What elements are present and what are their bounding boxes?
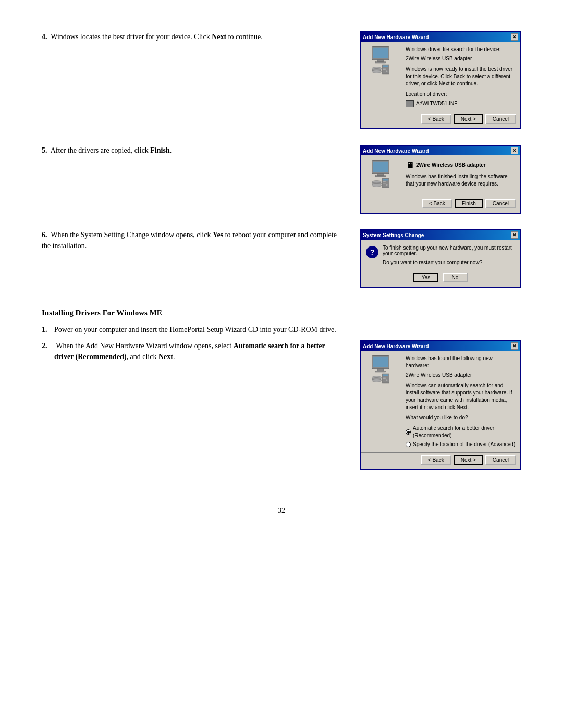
page-number: 32 xyxy=(42,507,521,515)
wme-step-1-text: Power on your computer and insert the Ho… xyxy=(54,326,336,334)
wme-step-2-text: 2. When the Add New Hardware Wizard wind… xyxy=(42,340,339,368)
svg-point-6 xyxy=(372,70,382,73)
wme-radio-specify[interactable]: Specify the location of the driver (Adva… xyxy=(406,441,516,448)
dialog-5-body1: Windows has finished installing the soft… xyxy=(406,173,516,188)
wme-dialog-2-radio-group: Automatic search for a better driver (Re… xyxy=(406,425,516,448)
svg-rect-1 xyxy=(373,48,388,58)
step-4-text-plain: Windows locates the best driver for your… xyxy=(49,33,263,41)
step-4-row: 4. Windows locates the best driver for y… xyxy=(42,31,521,129)
dialog-5-finish-button[interactable]: Finish xyxy=(455,199,483,208)
dialog-4-close[interactable]: ✕ xyxy=(511,33,518,41)
wme-dialog-2-cancel-button[interactable]: Cancel xyxy=(485,455,516,465)
step-6-number: 6. xyxy=(42,231,47,239)
floppy-disk-icon xyxy=(406,100,414,107)
svg-rect-20 xyxy=(383,179,389,181)
step-6-text: 6. When the System Setting Change window… xyxy=(42,229,339,251)
wme-step-1-number: 1. xyxy=(42,326,50,334)
computer-icon-5 xyxy=(365,159,396,191)
section-heading-windows-me: Installing Drivers For Windows ME xyxy=(42,309,521,317)
dialog-6-no-button[interactable]: No xyxy=(443,273,468,282)
dialog-6-titlebar: System Settings Change ✕ xyxy=(361,230,520,240)
wme-radio-specify-dot xyxy=(406,442,411,447)
dialog-4-body: Windows driver file search for the devic… xyxy=(361,42,520,112)
wme-dialog-2-title: Add New Hardware Wizard xyxy=(363,343,429,349)
svg-point-18 xyxy=(372,184,382,187)
wme-dialog-2-titlebar: Add New Hardware Wizard ✕ xyxy=(361,341,520,351)
dialog-6-yes-button[interactable]: Yes xyxy=(413,273,438,282)
step-5-dialog: Add New Hardware Wizard ✕ xyxy=(360,145,521,214)
dialog-6-body: ? To finish setting up your new hardware… xyxy=(361,240,520,270)
dialog-5-titlebar: Add New Hardware Wizard ✕ xyxy=(361,146,520,155)
wme-dialog-2-body: Windows has found the following new hard… xyxy=(361,351,520,452)
svg-point-11 xyxy=(386,70,388,72)
dialog-5-device: 🖥 2Wire Wireless USB adapter xyxy=(406,159,516,171)
step-5-text: 5. After the drivers are copied, click F… xyxy=(42,145,339,156)
dialog-4-location: A:\WLTWD51.INF xyxy=(406,100,516,107)
wme-radio-specify-label: Specify the location of the driver (Adva… xyxy=(413,441,515,448)
svg-rect-33 xyxy=(383,377,386,378)
dialog-5-close[interactable]: ✕ xyxy=(511,147,518,154)
wme-dialog-2-what-label: What would you like to do? xyxy=(406,414,516,422)
wme-dialog-2-icon-area xyxy=(365,355,401,448)
step-5-screenshot: Add New Hardware Wizard ✕ xyxy=(354,145,521,214)
dialog-5-content: 🖥 2Wire Wireless USB adapter Windows has… xyxy=(406,159,516,192)
dialog-5-back-button[interactable]: < Back xyxy=(422,199,452,208)
svg-rect-9 xyxy=(383,68,386,69)
step-5-number: 5. xyxy=(42,146,47,154)
wme-step-2-number: 2. xyxy=(42,340,50,362)
wme-dialog-2-next-button[interactable]: Next > xyxy=(454,455,483,465)
wme-radio-automatic-label: Automatic search for a better driver (Re… xyxy=(413,425,516,439)
dialog-5-footer: < Back Finish Cancel xyxy=(361,196,520,213)
svg-rect-14 xyxy=(377,174,384,176)
svg-rect-26 xyxy=(377,369,384,371)
svg-point-23 xyxy=(386,184,388,186)
device-hw-icon: 🖥 xyxy=(406,159,414,171)
step-6-screenshot: System Settings Change ✕ ? To finish set… xyxy=(354,229,521,288)
wme-dialog-2-content: Windows has found the following new hard… xyxy=(406,355,516,448)
dialog-6-body1: To finish setting up your new hardware, … xyxy=(383,245,515,256)
dialog-6-close[interactable]: ✕ xyxy=(511,231,518,239)
wme-radio-automatic[interactable]: Automatic search for a better driver (Re… xyxy=(406,425,516,439)
step-4-number: 4. xyxy=(42,33,47,41)
wme-dialog-2-footer: < Back Next > Cancel xyxy=(361,452,520,469)
dialog-5-body: 🖥 2Wire Wireless USB adapter Windows has… xyxy=(361,155,520,196)
wme-step-2-row: 2. When the Add New Hardware Wizard wind… xyxy=(42,340,521,470)
svg-rect-27 xyxy=(375,371,386,372)
svg-point-35 xyxy=(386,379,388,381)
wme-dialog-2-device: 2Wire Wireless USB adapter xyxy=(406,372,516,379)
dialog-4-icon-area xyxy=(365,46,401,107)
svg-rect-15 xyxy=(375,176,386,177)
dialog-5-title: Add New Hardware Wizard xyxy=(363,148,429,154)
wme-dialog-2-back-button[interactable]: < Back xyxy=(421,455,451,465)
step-4-screenshot: Add New Hardware Wizard ✕ xyxy=(354,31,521,129)
wme-radio-automatic-dot xyxy=(406,429,411,435)
dialog-4-title: Add New Hardware Wizard xyxy=(363,34,429,40)
svg-rect-13 xyxy=(373,162,388,172)
dialog-5-cancel-button[interactable]: Cancel xyxy=(485,199,516,208)
svg-rect-2 xyxy=(377,60,384,62)
svg-rect-25 xyxy=(373,357,388,367)
svg-rect-32 xyxy=(383,375,389,376)
dialog-4-next-button[interactable]: Next > xyxy=(454,114,483,124)
dialog-6-footer: Yes No xyxy=(361,270,520,287)
svg-rect-10 xyxy=(383,69,386,70)
wme-dialog-2-close[interactable]: ✕ xyxy=(511,342,518,350)
dialog-4-back-button[interactable]: < Back xyxy=(421,114,451,124)
step-5-row: 5. After the drivers are copied, click F… xyxy=(42,145,521,214)
svg-rect-8 xyxy=(383,66,389,67)
page-content: 4. Windows locates the best driver for y… xyxy=(42,31,521,515)
dialog-4-cancel-button[interactable]: Cancel xyxy=(485,114,516,124)
dialog-4-location-label: Location of driver: xyxy=(406,91,516,98)
dialog-6-body2: Do you want to restart your computer now… xyxy=(383,260,515,265)
wme-step-1: 1. Power on your computer and insert the… xyxy=(42,326,521,334)
step-6-text-content: When the System Setting Change window op… xyxy=(42,231,337,250)
dialog-4-heading: Windows driver file search for the devic… xyxy=(406,46,516,53)
dialog-4-titlebar: Add New Hardware Wizard ✕ xyxy=(361,32,520,42)
svg-point-30 xyxy=(372,379,382,382)
dialog-5-icon-area xyxy=(365,159,401,192)
computer-icon-wme2 xyxy=(365,355,396,386)
dialog-4-device: 2Wire Wireless USB adapter xyxy=(406,55,516,63)
wme-dialog-2-body2: Windows can automatically search for and… xyxy=(406,382,516,411)
dialog-6-content: To finish setting up your new hardware, … xyxy=(383,245,515,265)
svg-rect-3 xyxy=(375,62,386,63)
